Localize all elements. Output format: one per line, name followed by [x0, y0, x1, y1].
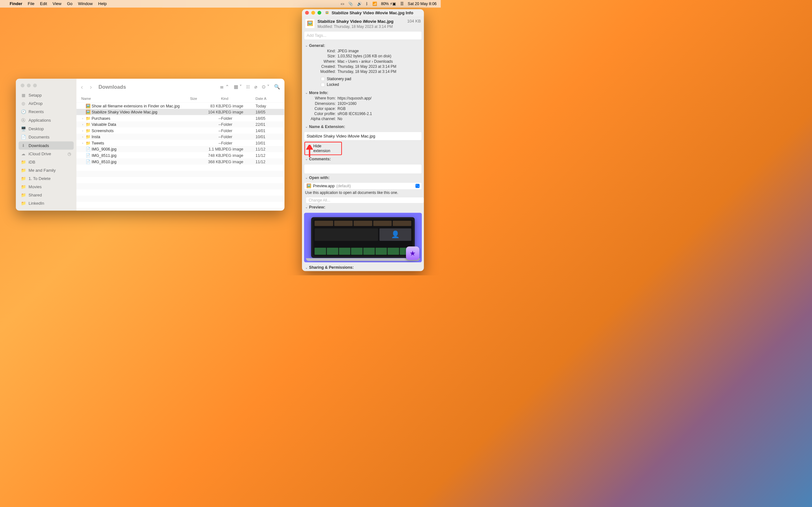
nameext-field[interactable]: Stabilize Shaky Video iMovie Mac.jpg: [304, 132, 422, 140]
minimize-button[interactable]: [27, 83, 31, 88]
file-name: Purchases: [92, 116, 110, 121]
sidebar-item-label: Documents: [29, 135, 49, 140]
battery-status[interactable]: 80% ⚡︎▣: [381, 2, 396, 6]
share-icon[interactable]: ⇧⃞: [247, 84, 250, 89]
section-preview[interactable]: ⌄Preview:: [305, 205, 421, 210]
menu-view[interactable]: View: [53, 1, 61, 6]
sidebar-item-icloud-drive[interactable]: ☁︎iCloud Drive◷: [19, 150, 74, 158]
wifi-icon[interactable]: 📶: [372, 2, 377, 6]
disclosure-icon[interactable]: ›: [81, 123, 84, 126]
file-name: Insta: [92, 135, 100, 139]
disclosure-icon[interactable]: ›: [81, 117, 84, 120]
sidebar-item-airdrop[interactable]: ◎AirDrop: [19, 100, 74, 108]
v: 1,03,552 bytes (106 KB on disk): [338, 54, 421, 58]
v: 1920×1080: [338, 101, 421, 106]
close-button[interactable]: [20, 83, 24, 88]
control-center-icon[interactable]: ☰: [400, 2, 404, 6]
sidebar-item-desktop[interactable]: 🖥️Desktop: [19, 125, 74, 133]
sidebar-item-applications[interactable]: ⒶApplications: [19, 116, 74, 125]
section-nameext[interactable]: ⌄Name & Extension:: [305, 124, 421, 130]
comments-field[interactable]: [304, 164, 422, 174]
menu-file[interactable]: File: [28, 1, 35, 6]
disclosure-icon[interactable]: ›: [81, 135, 84, 139]
sidebar-item-1.-to-delete[interactable]: 📁1. To Delete: [19, 174, 74, 182]
empty-row: [77, 208, 285, 210]
tags-icon[interactable]: ⌀: [254, 84, 257, 90]
info-titlebar: 🖼️ Stabilize Shaky Video iMovie Mac.jpg …: [302, 9, 424, 16]
sidebar-item-setapp[interactable]: ▦Setapp: [19, 91, 74, 100]
menu-help[interactable]: Help: [98, 1, 107, 6]
change-all-button[interactable]: Change All...: [306, 197, 424, 204]
forward-button[interactable]: ›: [90, 83, 92, 90]
openwith-select[interactable]: 🖼️ Preview.app (default) ⌃⌄: [304, 182, 422, 189]
search-icon[interactable]: 🔍: [274, 84, 280, 90]
sidebar-item-documents[interactable]: 📄Documents: [19, 133, 74, 141]
zoom-button[interactable]: [33, 83, 37, 88]
col-name[interactable]: Name: [81, 97, 190, 101]
sidebar-item-recents[interactable]: 🕘Recents: [19, 108, 74, 116]
sidebar-item-shared[interactable]: 📁Shared: [19, 191, 74, 199]
close-button[interactable]: [305, 11, 309, 14]
section-openwith[interactable]: ⌄Open with:: [305, 175, 421, 181]
file-size: --: [190, 141, 221, 146]
file-row[interactable]: ›📁Purchases--Folder18/05: [77, 115, 285, 121]
file-row[interactable]: 🖼️Stabilize Shaky Video iMovie Mac.jpg10…: [77, 109, 285, 115]
view-group-icon[interactable]: ▦ ˅: [234, 84, 242, 90]
file-row[interactable]: ›📁Insta--Folder10/01: [77, 134, 285, 140]
file-row[interactable]: 📄IMG_8510.jpg368 KBJPEG image11/12: [77, 158, 285, 165]
file-row[interactable]: 🖼️Show all filename extensions in Finder…: [77, 103, 285, 109]
sidebar-item-linkedin[interactable]: 📁LinkedIn: [19, 199, 74, 208]
disclosure-icon[interactable]: ›: [81, 129, 84, 132]
menu-edit[interactable]: Edit: [40, 1, 47, 6]
section-label: Name & Extension:: [309, 124, 345, 129]
file-row[interactable]: ›📁Valuable Data--Folder22/01: [77, 121, 285, 128]
menu-window[interactable]: Window: [78, 1, 93, 6]
file-row[interactable]: ›📁Screenshots--Folder14/01: [77, 127, 285, 134]
file-kind: JPEG image: [221, 110, 256, 115]
airdrop-icon: ◎: [21, 101, 26, 106]
folder-icon: 📁: [21, 201, 26, 206]
file-row[interactable]: 📄IMG_9006.jpg1.1 MBJPEG image11/12: [77, 146, 285, 153]
file-row[interactable]: 📄IMG_8511.jpg748 KBJPEG image11/12: [77, 152, 285, 158]
section-general[interactable]: ⌄General:: [305, 43, 421, 49]
disclosure-icon[interactable]: ›: [81, 141, 84, 145]
sidebar-item-me-and-family[interactable]: 📁Me and Family: [19, 166, 74, 174]
file-size: 104 KB: [190, 110, 221, 115]
sidebar-item-movies[interactable]: 📁Movies: [19, 182, 74, 191]
menulet-icon[interactable]: ▭: [341, 2, 344, 6]
file-proxy-icon[interactable]: 🖼️: [325, 10, 329, 15]
sidebar-item-downloads[interactable]: ⬇︎Downloads: [19, 141, 74, 150]
file-date: 10/01: [256, 135, 280, 139]
zoom-button[interactable]: [317, 11, 321, 14]
bluetooth-icon[interactable]: ᛒ: [366, 2, 368, 6]
stationery-checkbox[interactable]: Stationery pad: [305, 76, 421, 82]
locked-checkbox[interactable]: Locked: [305, 82, 421, 88]
v: Mac › Users › ankur › Downloads: [338, 59, 421, 64]
column-headers[interactable]: Name Size Kind Date A: [77, 95, 285, 103]
v: No: [338, 117, 421, 121]
menubar-clock[interactable]: Sat 20 May 8:06: [408, 2, 437, 6]
col-size[interactable]: Size: [190, 97, 221, 101]
view-list-icon[interactable]: ≣ ⌃: [220, 84, 229, 90]
volume-icon[interactable]: 🔊: [357, 2, 362, 6]
sidebar-item-idb[interactable]: 📁iDB: [19, 158, 74, 166]
k: Where:: [308, 59, 336, 64]
menu-go[interactable]: Go: [67, 1, 72, 6]
desktop-icon: 🖥️: [21, 127, 26, 131]
back-button[interactable]: ‹: [81, 83, 83, 90]
col-kind[interactable]: Kind: [221, 97, 256, 101]
paperclip-icon[interactable]: 📎: [348, 2, 353, 6]
app-name[interactable]: Finder: [9, 1, 22, 6]
file-row[interactable]: ›📁Tweets--Folder10/01: [77, 140, 285, 146]
section-sharing[interactable]: ⌄Sharing & Permissions:: [302, 264, 424, 271]
section-moreinfo[interactable]: ⌄More Info:: [305, 90, 421, 96]
sidebar-item-label: Recents: [29, 109, 44, 114]
file-kind: Folder: [221, 122, 256, 127]
minimize-button[interactable]: [311, 11, 315, 14]
file-name: Screenshots: [92, 128, 113, 133]
col-date[interactable]: Date A: [256, 97, 280, 101]
traffic-lights: [16, 79, 77, 91]
more-icon[interactable]: ⊙ ˅: [262, 84, 269, 90]
section-comments[interactable]: ⌄Comments:: [305, 156, 421, 162]
tags-field[interactable]: Add Tags...: [304, 32, 422, 40]
